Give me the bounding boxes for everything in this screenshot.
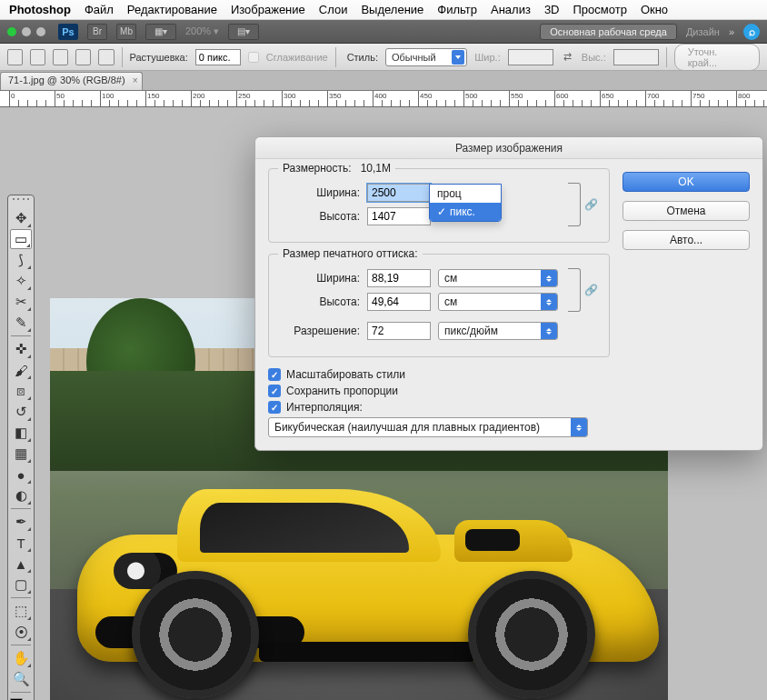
constrain-proportions-checkbox[interactable] [268,385,281,397]
close-tab-icon[interactable]: × [133,75,138,85]
bridge-button[interactable]: Br [87,24,107,40]
link-bracket-icon [568,183,581,226]
style-select[interactable]: Обычный [385,48,467,66]
resample-checkbox[interactable] [268,401,281,414]
type-tool[interactable]: T [10,533,32,553]
menu-3d[interactable]: 3D [544,3,560,16]
doc-width-input[interactable] [367,269,431,287]
constrain-link-icon[interactable]: 🔗 [584,284,598,296]
document-tab[interactable]: 71-1.jpg @ 30% (RGB/8#) × [0,72,143,90]
workspace-switcher[interactable]: Основная рабочая среда [540,24,677,40]
feather-input[interactable] [195,49,241,65]
pen-tool[interactable]: ✒ [10,512,32,532]
height-input [613,49,659,65]
scale-styles-label: Масштабировать стили [286,368,405,381]
doc-height-unit-select[interactable]: см [438,293,558,311]
hand-tool[interactable]: ✋ [10,648,32,668]
scale-styles-checkbox[interactable] [268,368,281,381]
pixel-height-label: Высота: [280,210,360,223]
menu-analysis[interactable]: Анализ [491,3,531,16]
horizontal-ruler: 0501001502002503003504004505005506006507… [0,91,767,107]
dimensions-legend: Размерность: [283,162,352,175]
arrange-documents-button[interactable]: ▤▾ [228,24,259,40]
blur-tool[interactable]: ● [10,465,32,485]
search-icon[interactable]: ⌕ [743,24,760,40]
doc-height-label: Высота: [280,295,360,308]
link-bracket-icon [568,268,581,312]
constrain-proportions-label: Сохранить пропорции [286,385,398,397]
magic-wand-tool[interactable]: ✧ [10,271,32,291]
menu-view[interactable]: Просмотр [573,3,627,16]
resample-label: Интерполяция: [286,401,363,414]
app-bar: Ps Br Mb ▦▾ 200% ▾ ▤▾ Основная рабочая с… [0,20,767,44]
3d-camera-tool[interactable]: ⦿ [10,622,32,642]
unit-option-percent[interactable]: проц [430,185,501,203]
auto-button[interactable]: Авто... [623,230,750,250]
app-name: Photoshop [9,3,71,16]
doc-width-unit-select[interactable]: см [438,269,558,287]
history-brush-tool[interactable]: ↺ [10,402,32,422]
dodge-tool[interactable]: ◐ [10,485,32,505]
width-input [508,49,553,65]
minibridge-button[interactable]: Mb [116,24,136,40]
move-tool[interactable]: ✥ [10,208,32,228]
healing-brush-tool[interactable]: ✜ [10,339,32,359]
style-label: Стиль: [347,52,378,63]
menu-layers[interactable]: Слои [319,3,348,16]
ok-button[interactable]: OK [623,172,750,192]
tool-preset-icon[interactable] [7,49,23,65]
marquee-tool[interactable]: ▭ [10,229,32,249]
dimensions-filesize: 10,1M [361,162,391,175]
gradient-tool[interactable]: ▦ [10,444,32,464]
resolution-input[interactable] [367,322,431,340]
marquee-intersect-icon[interactable] [98,49,114,65]
path-selection-tool[interactable]: ▲ [10,554,32,574]
system-menubar: Photoshop Файл Редактирование Изображени… [0,0,767,20]
menu-window[interactable]: Окно [641,3,668,16]
resolution-label: Разрешение: [280,325,360,337]
shape-tool[interactable]: ▢ [10,575,32,595]
marquee-rect-icon[interactable] [30,49,45,65]
screen-mode-button[interactable]: ▦▾ [145,24,176,40]
clone-stamp-tool[interactable]: ⧇ [10,381,32,401]
antialias-checkbox [248,52,259,63]
constrain-link-icon[interactable]: 🔗 [584,198,598,211]
dialog-title: Размер изображения [255,137,762,159]
unit-option-pixels[interactable]: ✓пикс. [430,203,501,221]
refine-edge-button: Уточн. край... [674,44,760,71]
unit-dropdown-popup[interactable]: проц ✓пикс. [429,184,502,222]
lasso-tool[interactable]: ⟆ [10,250,32,270]
tools-panel: ✥ ▭ ⟆ ✧ ✂ ✎ ✜ 🖌 ⧇ ↺ ◧ ▦ ● ◐ ✒ T ▲ ▢ ⬚ ⦿ … [7,195,35,700]
menu-edit[interactable]: Редактирование [127,3,217,16]
options-bar: Растушевка: Сглаживание Стиль: Обычный Ш… [0,44,767,71]
swap-wh-icon: ⇄ [561,50,574,65]
width-label: Шир.: [474,52,500,63]
zoom-tool[interactable]: 🔍 [10,669,32,689]
3d-tool[interactable]: ⬚ [10,601,32,621]
doc-height-input[interactable] [367,293,431,311]
window-traffic-lights[interactable] [7,27,45,36]
crop-tool[interactable]: ✂ [10,292,32,312]
eraser-tool[interactable]: ◧ [10,423,32,443]
brush-tool[interactable]: 🖌 [10,360,32,380]
menu-select[interactable]: Выделение [361,3,423,16]
menu-image[interactable]: Изображение [231,3,305,16]
menu-file[interactable]: Файл [85,3,114,16]
marquee-add-icon[interactable] [53,49,68,65]
marquee-subtract-icon[interactable] [75,49,91,65]
pixel-width-input[interactable] [367,184,431,202]
resolution-unit-select[interactable]: пикс/дюйм [438,322,558,340]
document-title: 71-1.jpg @ 30% (RGB/8#) [8,75,125,85]
eyedropper-tool[interactable]: ✎ [10,313,32,333]
feather-label: Растушевка: [129,52,187,63]
cancel-button[interactable]: Отмена [623,201,750,221]
ps-logo: Ps [58,24,78,40]
pixel-height-input[interactable] [367,207,431,225]
zoom-level-dropdown[interactable]: 200% ▾ [185,25,219,37]
print-size-legend: Размер печатного оттиска: [278,247,423,260]
workspace-design[interactable]: Дизайн [686,26,720,37]
workspace-overflow-icon[interactable]: » [729,26,734,37]
menu-filter[interactable]: Фильтр [437,3,477,16]
interpolation-select[interactable]: Бикубическая (наилучшая для плавных град… [268,417,588,437]
pixel-dimensions-group: Размерность: 10,1M Ширина: проц [268,168,610,243]
